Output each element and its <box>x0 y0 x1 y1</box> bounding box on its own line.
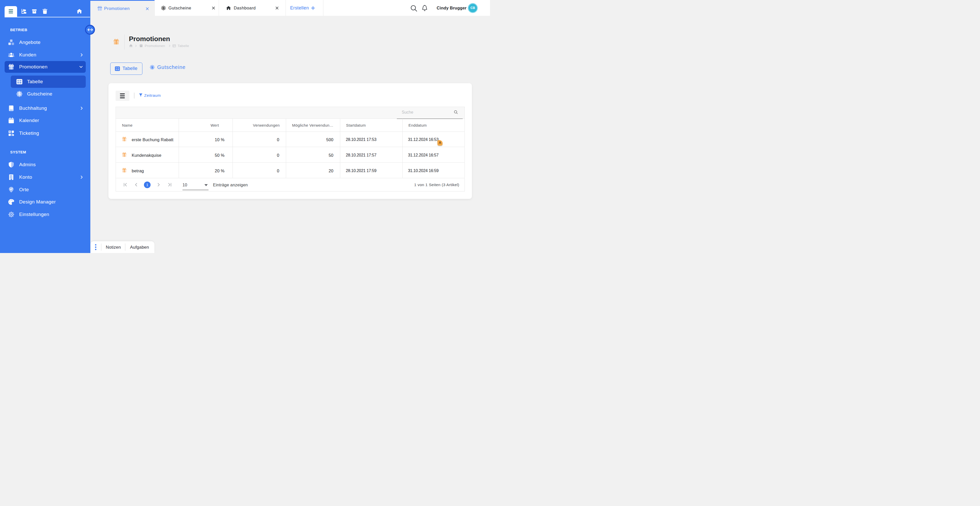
svg-text:$: $ <box>151 65 153 69</box>
svg-text:$: $ <box>162 6 164 10</box>
svg-text:$: $ <box>18 91 21 96</box>
